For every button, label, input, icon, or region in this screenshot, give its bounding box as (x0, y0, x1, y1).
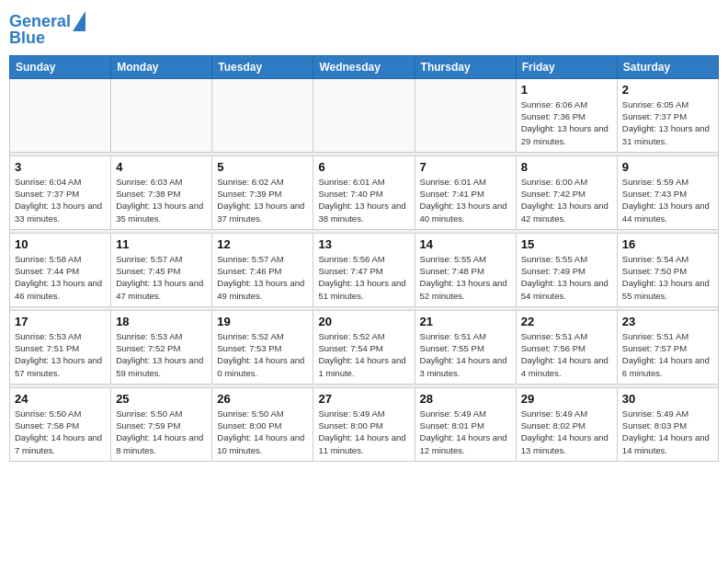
day-info: Sunrise: 5:58 AMSunset: 7:44 PMDaylight:… (15, 253, 106, 302)
header-sunday: Sunday (10, 55, 111, 78)
day-number: 30 (622, 392, 713, 406)
day-number: 25 (116, 392, 207, 406)
calendar-cell (10, 78, 111, 152)
day-info: Sunrise: 5:50 AMSunset: 8:00 PMDaylight:… (217, 408, 308, 456)
day-info: Sunrise: 5:52 AMSunset: 7:54 PMDaylight:… (318, 330, 409, 379)
day-number: 7 (420, 160, 511, 174)
day-info: Sunrise: 5:57 AMSunset: 7:45 PMDaylight:… (116, 253, 207, 302)
header-friday: Friday (516, 55, 617, 78)
calendar-cell: 25Sunrise: 5:50 AMSunset: 7:59 PMDayligh… (111, 387, 212, 461)
calendar-cell: 24Sunrise: 5:50 AMSunset: 7:58 PMDayligh… (10, 387, 111, 461)
day-number: 18 (116, 315, 207, 328)
day-number: 29 (521, 392, 612, 406)
day-info: Sunrise: 5:51 AMSunset: 7:55 PMDaylight:… (420, 330, 511, 379)
day-number: 20 (318, 315, 409, 328)
day-number: 3 (15, 160, 106, 174)
calendar-cell: 12Sunrise: 5:57 AMSunset: 7:46 PMDayligh… (212, 233, 313, 306)
header-tuesday: Tuesday (212, 55, 313, 78)
calendar-cell: 11Sunrise: 5:57 AMSunset: 7:45 PMDayligh… (111, 233, 212, 306)
calendar-cell: 30Sunrise: 5:49 AMSunset: 8:03 PMDayligh… (617, 387, 718, 461)
day-number: 9 (622, 160, 713, 174)
calendar-cell: 5Sunrise: 6:02 AMSunset: 7:39 PMDaylight… (212, 155, 313, 229)
calendar-week-row: 1Sunrise: 6:06 AMSunset: 7:36 PMDaylight… (10, 78, 719, 152)
day-number: 21 (420, 315, 511, 328)
logo-triangle-icon (73, 11, 85, 31)
calendar-cell: 14Sunrise: 5:55 AMSunset: 7:48 PMDayligh… (415, 233, 516, 306)
day-info: Sunrise: 6:06 AMSunset: 7:36 PMDaylight:… (521, 98, 612, 147)
calendar-cell: 19Sunrise: 5:52 AMSunset: 7:53 PMDayligh… (212, 310, 313, 384)
day-number: 19 (217, 315, 308, 328)
logo: General Blue (9, 9, 85, 48)
day-number: 6 (318, 160, 409, 174)
day-info: Sunrise: 6:01 AMSunset: 7:41 PMDaylight:… (420, 176, 511, 224)
calendar-week-row: 17Sunrise: 5:53 AMSunset: 7:51 PMDayligh… (10, 310, 719, 384)
day-info: Sunrise: 5:51 AMSunset: 7:56 PMDaylight:… (521, 330, 612, 379)
logo-text2: Blue (9, 29, 45, 48)
day-info: Sunrise: 5:59 AMSunset: 7:43 PMDaylight:… (622, 176, 713, 224)
calendar-cell: 8Sunrise: 6:00 AMSunset: 7:42 PMDaylight… (516, 155, 617, 229)
day-info: Sunrise: 5:54 AMSunset: 7:50 PMDaylight:… (622, 253, 713, 302)
day-info: Sunrise: 5:57 AMSunset: 7:46 PMDaylight:… (217, 253, 308, 302)
calendar-week-row: 24Sunrise: 5:50 AMSunset: 7:58 PMDayligh… (10, 387, 719, 461)
day-info: Sunrise: 5:56 AMSunset: 7:47 PMDaylight:… (318, 253, 409, 302)
page-header: General Blue (9, 9, 719, 48)
calendar-cell (111, 78, 212, 152)
calendar-cell: 7Sunrise: 6:01 AMSunset: 7:41 PMDaylight… (415, 155, 516, 229)
day-number: 2 (622, 83, 713, 97)
day-info: Sunrise: 5:53 AMSunset: 7:51 PMDaylight:… (15, 330, 106, 379)
day-number: 23 (622, 315, 713, 328)
day-number: 28 (420, 392, 511, 406)
header-monday: Monday (111, 55, 212, 78)
day-number: 14 (420, 237, 511, 251)
calendar-cell: 23Sunrise: 5:51 AMSunset: 7:57 PMDayligh… (617, 310, 718, 384)
calendar-cell: 27Sunrise: 5:49 AMSunset: 8:00 PMDayligh… (313, 387, 415, 461)
calendar-cell: 21Sunrise: 5:51 AMSunset: 7:55 PMDayligh… (415, 310, 516, 384)
day-number: 12 (217, 237, 308, 251)
calendar-cell: 15Sunrise: 5:55 AMSunset: 7:49 PMDayligh… (516, 233, 617, 306)
header-saturday: Saturday (617, 55, 718, 78)
day-info: Sunrise: 6:04 AMSunset: 7:37 PMDaylight:… (15, 176, 106, 224)
calendar-cell: 29Sunrise: 5:49 AMSunset: 8:02 PMDayligh… (516, 387, 617, 461)
day-info: Sunrise: 6:02 AMSunset: 7:39 PMDaylight:… (217, 176, 308, 224)
day-number: 5 (217, 160, 308, 174)
calendar-cell: 26Sunrise: 5:50 AMSunset: 8:00 PMDayligh… (212, 387, 313, 461)
day-number: 17 (15, 315, 106, 328)
day-info: Sunrise: 6:01 AMSunset: 7:40 PMDaylight:… (318, 176, 409, 224)
header-thursday: Thursday (415, 55, 516, 78)
day-info: Sunrise: 5:53 AMSunset: 7:52 PMDaylight:… (116, 330, 207, 379)
calendar-cell: 22Sunrise: 5:51 AMSunset: 7:56 PMDayligh… (516, 310, 617, 384)
day-number: 4 (116, 160, 207, 174)
calendar-header-row: SundayMondayTuesdayWednesdayThursdayFrid… (10, 55, 719, 78)
calendar-week-row: 3Sunrise: 6:04 AMSunset: 7:37 PMDaylight… (10, 155, 719, 229)
day-number: 16 (622, 237, 713, 251)
day-number: 8 (521, 160, 612, 174)
day-number: 15 (521, 237, 612, 251)
calendar-cell: 17Sunrise: 5:53 AMSunset: 7:51 PMDayligh… (10, 310, 111, 384)
day-info: Sunrise: 5:49 AMSunset: 8:00 PMDaylight:… (318, 408, 409, 456)
day-info: Sunrise: 5:49 AMSunset: 8:01 PMDaylight:… (420, 408, 511, 456)
calendar-cell (212, 78, 313, 152)
calendar-cell: 1Sunrise: 6:06 AMSunset: 7:36 PMDaylight… (516, 78, 617, 152)
day-info: Sunrise: 6:00 AMSunset: 7:42 PMDaylight:… (521, 176, 612, 224)
day-number: 22 (521, 315, 612, 328)
day-info: Sunrise: 5:49 AMSunset: 8:03 PMDaylight:… (622, 408, 713, 456)
day-number: 10 (15, 237, 106, 251)
day-info: Sunrise: 6:03 AMSunset: 7:38 PMDaylight:… (116, 176, 207, 224)
calendar-cell: 10Sunrise: 5:58 AMSunset: 7:44 PMDayligh… (10, 233, 111, 306)
day-info: Sunrise: 5:52 AMSunset: 7:53 PMDaylight:… (217, 330, 308, 379)
day-info: Sunrise: 5:55 AMSunset: 7:49 PMDaylight:… (521, 253, 612, 302)
calendar-cell: 9Sunrise: 5:59 AMSunset: 7:43 PMDaylight… (617, 155, 718, 229)
calendar-table: SundayMondayTuesdayWednesdayThursdayFrid… (9, 55, 719, 462)
header-wednesday: Wednesday (313, 55, 415, 78)
calendar-cell (313, 78, 415, 152)
day-number: 26 (217, 392, 308, 406)
calendar-cell: 2Sunrise: 6:05 AMSunset: 7:37 PMDaylight… (617, 78, 718, 152)
calendar-week-row: 10Sunrise: 5:58 AMSunset: 7:44 PMDayligh… (10, 233, 719, 306)
day-number: 1 (521, 83, 612, 97)
calendar-cell: 13Sunrise: 5:56 AMSunset: 7:47 PMDayligh… (313, 233, 415, 306)
day-number: 27 (318, 392, 409, 406)
day-info: Sunrise: 5:50 AMSunset: 7:58 PMDaylight:… (15, 408, 106, 456)
day-number: 13 (318, 237, 409, 251)
day-number: 24 (15, 392, 106, 406)
day-info: Sunrise: 5:51 AMSunset: 7:57 PMDaylight:… (622, 330, 713, 379)
